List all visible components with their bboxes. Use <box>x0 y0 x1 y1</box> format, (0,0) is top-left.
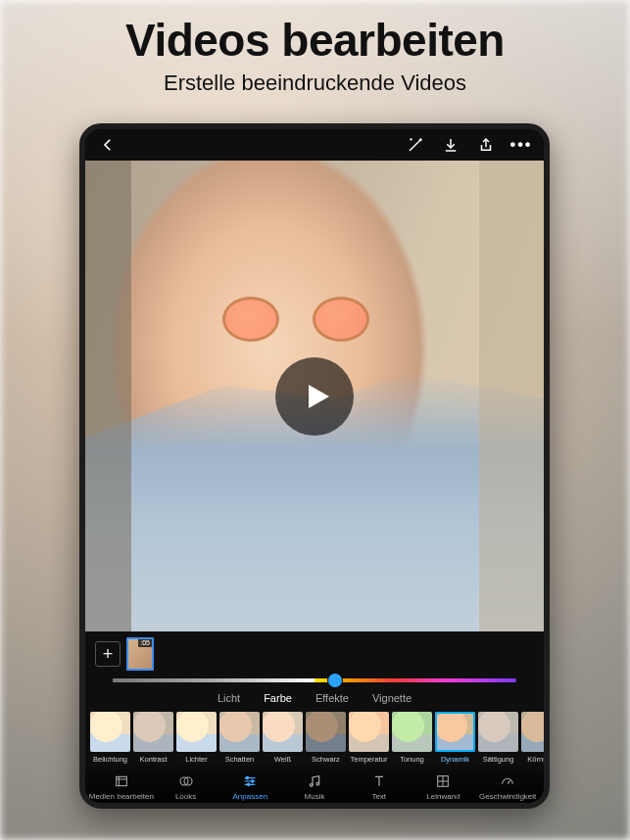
back-icon[interactable] <box>99 136 117 154</box>
nav-gauge[interactable]: Geschwindigkeit <box>475 773 540 801</box>
add-clip-button[interactable]: + <box>95 641 121 667</box>
gauge-icon <box>500 773 515 789</box>
nav-label: Looks <box>175 792 196 801</box>
adjust-tab-vignette[interactable]: Vignette <box>372 692 412 704</box>
nav-label: Geschwindigkeit <box>479 792 536 801</box>
filter-belichtung[interactable]: Belichtung <box>90 712 130 764</box>
music-icon <box>307 773 322 789</box>
nav-label: Musik <box>305 792 325 801</box>
filter-thumb <box>133 712 173 752</box>
nav-grid[interactable]: Leinwand <box>412 773 476 801</box>
play-button[interactable] <box>275 357 354 436</box>
magic-wand-icon[interactable] <box>407 136 424 154</box>
video-preview[interactable] <box>85 161 544 631</box>
svg-point-5 <box>248 783 250 785</box>
nav-label: Leinwand <box>426 792 460 801</box>
filter-label: Tonung <box>400 755 424 764</box>
filter-label: Körnung <box>527 755 544 764</box>
filter-kontrast[interactable]: Kontrast <box>133 712 173 764</box>
nav-label: Text <box>371 792 386 801</box>
filter-label: Kontrast <box>140 755 168 764</box>
sliders-icon <box>242 773 258 789</box>
nav-text[interactable]: Text <box>347 773 412 801</box>
editor-topbar: ••• <box>85 129 544 161</box>
adjust-tabs: LichtFarbeEffekteVignette <box>85 688 544 708</box>
tablet-frame: ••• + :05 LichtFarbeEffekteVignette Beli… <box>79 123 550 809</box>
filter-thumb <box>521 712 544 752</box>
filter-thumb <box>263 712 303 752</box>
clip-thumbnail[interactable]: :05 <box>126 637 154 671</box>
svg-point-7 <box>316 782 319 785</box>
filter-lichter[interactable]: Lichter <box>176 712 217 764</box>
hero-text: Videos bearbeiten Erstelle beeindruckend… <box>0 14 630 96</box>
download-icon[interactable] <box>442 136 460 154</box>
filter-tonung[interactable]: Tonung <box>392 712 432 764</box>
filter-label: Lichter <box>185 755 208 764</box>
filter-thumb <box>219 712 260 752</box>
share-icon[interactable] <box>477 136 495 154</box>
svg-rect-0 <box>117 776 127 785</box>
svg-point-3 <box>246 776 248 778</box>
filter-label: Weiß <box>274 755 291 764</box>
filter-label: Dynamik <box>441 755 469 764</box>
filter-schatten[interactable]: Schatten <box>219 712 260 764</box>
filter-thumb <box>478 712 518 752</box>
grid-icon <box>435 773 451 789</box>
filter-weiß[interactable]: Weiß <box>263 712 303 764</box>
subject-glasses <box>222 297 369 346</box>
filter-thumb <box>392 712 432 752</box>
more-icon[interactable]: ••• <box>512 136 530 154</box>
rings-icon <box>178 773 194 789</box>
bottom-nav: Medien bearbeitenLooksAnpassenMusikTextL… <box>85 766 544 803</box>
filter-label: Temperatur <box>351 755 388 764</box>
filter-label: Sättigung <box>483 755 514 764</box>
nav-label: Anpassen <box>233 792 268 801</box>
hero-subtitle: Erstelle beeindruckende Videos <box>0 70 630 96</box>
svg-point-6 <box>310 784 313 787</box>
adjust-tab-effekte[interactable]: Effekte <box>315 692 349 704</box>
filter-thumb <box>90 712 130 752</box>
nav-rings[interactable]: Looks <box>154 773 218 801</box>
nav-music[interactable]: Musik <box>282 773 347 801</box>
nav-frame[interactable]: Medien bearbeiten <box>89 773 154 801</box>
svg-point-4 <box>252 780 254 782</box>
filter-thumb <box>176 712 217 752</box>
filter-label: Schatten <box>225 755 255 764</box>
text-icon <box>371 773 387 789</box>
nav-label: Medien bearbeiten <box>89 792 154 801</box>
filter-label: Schwarz <box>312 755 340 764</box>
nav-sliders[interactable]: Anpassen <box>218 773 282 801</box>
clip-duration: :05 <box>138 638 152 647</box>
hero-title: Videos bearbeiten <box>0 14 630 67</box>
filter-label: Belichtung <box>93 755 127 764</box>
filter-schwarz[interactable]: Schwarz <box>306 712 346 764</box>
adjust-tab-licht[interactable]: Licht <box>218 692 240 704</box>
filter-thumb <box>349 712 389 752</box>
filter-körnung[interactable]: Körnung <box>521 712 544 764</box>
filter-temperatur[interactable]: Temperatur <box>349 712 389 764</box>
adjust-slider[interactable] <box>85 677 544 688</box>
filter-sättigung[interactable]: Sättigung <box>478 712 518 764</box>
timeline: + :05 <box>85 631 544 677</box>
filter-strip: BelichtungKontrastLichterSchattenWeißSch… <box>85 708 544 766</box>
filter-thumb <box>306 712 346 752</box>
editor-bottom-panel: + :05 LichtFarbeEffekteVignette Belichtu… <box>85 631 544 803</box>
filter-thumb <box>435 712 475 752</box>
frame-icon <box>114 773 129 789</box>
adjust-tab-farbe[interactable]: Farbe <box>264 692 292 704</box>
filter-dynamik[interactable]: Dynamik <box>435 712 475 764</box>
